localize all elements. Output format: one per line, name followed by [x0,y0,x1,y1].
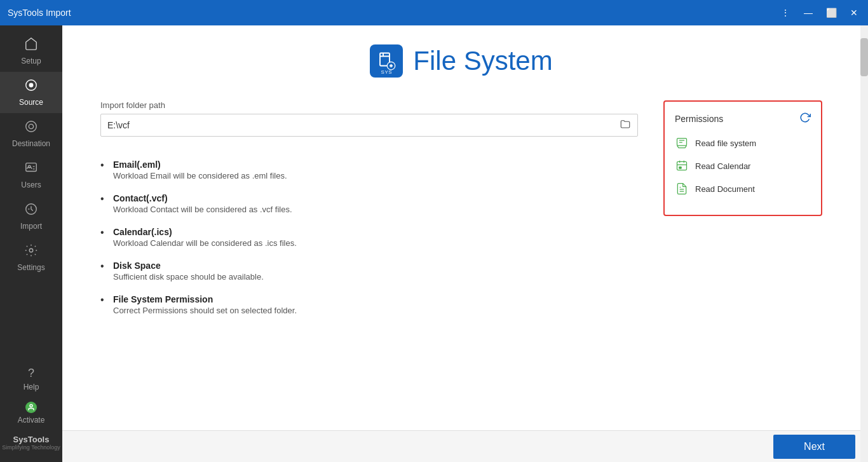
sidebar-item-help[interactable]: ? Help [0,362,62,397]
activate-status-icon [25,402,37,413]
perm-label-read-document: Read Document [695,184,755,194]
checklist-item-title: Contact(.vcf) [113,193,638,203]
setup-icon [24,37,38,54]
destination-icon [24,119,38,137]
more-icon[interactable]: ⋮ [779,6,792,19]
browse-folder-button[interactable] [620,118,631,132]
app-title: SysTools Import [8,8,779,18]
permission-item-read-document: Read Document [675,182,811,196]
bottom-bar: Next [62,430,868,462]
checklist-item-desc: Workload Email will be considered as .em… [113,171,638,180]
brand-name: SysTools [0,435,62,444]
sys-label: SYS [381,69,393,75]
close-icon[interactable]: ✕ [848,6,860,19]
perm-label-read-calendar: Read Calendar [695,161,750,171]
sidebar-item-settings[interactable]: Settings [0,237,62,278]
svg-rect-11 [677,139,687,146]
sidebar-item-source[interactable]: Source [0,72,62,113]
list-item: File System Permission Correct Permissio… [100,294,638,315]
page-title: File System [413,46,552,76]
left-column: Import folder path Email(.eml) [100,100,638,328]
refresh-permissions-button[interactable] [799,112,811,126]
source-icon [24,78,38,95]
sidebar-item-setup[interactable]: Setup [0,31,62,72]
sidebar-label-users: Users [21,180,41,189]
brand-area: SysTools Simplifying Technology [0,430,62,457]
app-body: Setup Source Destination [0,25,868,462]
sidebar-item-destination[interactable]: Destination [0,113,62,154]
checklist-item-desc: Correct Permissions should set on select… [113,306,638,315]
svg-point-2 [26,121,37,132]
two-column-layout: Import folder path Email(.eml) [100,100,822,328]
checklist-item-title: Calendar(.ics) [113,227,638,237]
svg-rect-13 [679,167,681,169]
permissions-header: Permissions [675,112,811,126]
settings-icon [24,243,38,261]
users-icon [24,161,38,178]
read-document-icon [675,182,689,196]
permissions-box: Permissions [663,100,822,216]
scrollbar-thumb[interactable] [860,38,868,76]
checklist-item-desc: Workload Contact will be considered as .… [113,205,638,214]
sidebar-label-import: Import [20,222,42,231]
list-item: Calendar(.ics) Workload Calendar will be… [100,227,638,248]
read-filesystem-icon [675,136,689,150]
brand-tagline: Simplifying Technology [0,444,62,451]
page-header: SYS File System [100,44,822,78]
permission-item-read-calendar: Read Calendar [675,159,811,173]
checklist: Email(.eml) Workload Email will be consi… [100,160,638,315]
next-button[interactable]: Next [773,435,855,459]
import-path-input[interactable] [107,120,620,130]
read-calendar-icon [675,159,689,173]
svg-point-3 [29,124,33,128]
svg-point-7 [29,248,33,252]
checklist-item-desc: Sufficient disk space should be availabl… [113,272,638,282]
title-bar: SysTools Import ⋮ — ⬜ ✕ [0,0,868,25]
sidebar-bottom: ? Help Activate SysTools Simplifying Tec… [0,362,62,462]
svg-point-1 [29,83,33,87]
import-icon [24,202,38,219]
list-item: Contact(.vcf) Workload Contact will be c… [100,193,638,214]
right-column: Permissions [663,100,822,216]
sidebar: Setup Source Destination [0,25,62,462]
window-controls: ⋮ — ⬜ ✕ [779,6,860,19]
sidebar-item-import[interactable]: Import [0,196,62,237]
list-item: Disk Space Sufficient disk space should … [100,261,638,282]
svg-rect-12 [677,161,687,170]
svg-point-8 [30,405,32,407]
sidebar-label-destination: Destination [12,139,50,148]
maximize-icon[interactable]: ⬜ [825,6,837,19]
sidebar-item-activate[interactable]: Activate [0,397,62,430]
perm-label-read-filesystem: Read file system [695,139,756,148]
sidebar-label-source: Source [19,98,43,107]
permission-item-read-filesystem: Read file system [675,136,811,150]
activate-icon-wrap [25,402,37,413]
sidebar-label-setup: Setup [21,57,41,65]
help-icon: ? [28,367,34,380]
checklist-item-title: Disk Space [113,261,638,271]
sidebar-item-users[interactable]: Users [0,154,62,196]
checklist-item-title: File System Permission [113,294,638,304]
sidebar-label-activate: Activate [18,416,45,425]
main-content: SYS File System Import folder path [62,25,868,462]
import-path-row [100,114,638,137]
content-area: SYS File System Import folder path [62,25,860,430]
permissions-title: Permissions [675,114,723,124]
sidebar-label-settings: Settings [17,263,44,272]
minimize-icon[interactable]: — [802,6,815,19]
list-item: Email(.eml) Workload Email will be consi… [100,160,638,180]
sidebar-label-help: Help [24,383,39,391]
import-path-label: Import folder path [100,100,638,110]
page-header-icon: SYS [370,44,403,78]
checklist-item-title: Email(.eml) [113,160,638,170]
checklist-item-desc: Workload Calendar will be considered as … [113,238,638,248]
scrollbar-track[interactable] [860,25,868,462]
